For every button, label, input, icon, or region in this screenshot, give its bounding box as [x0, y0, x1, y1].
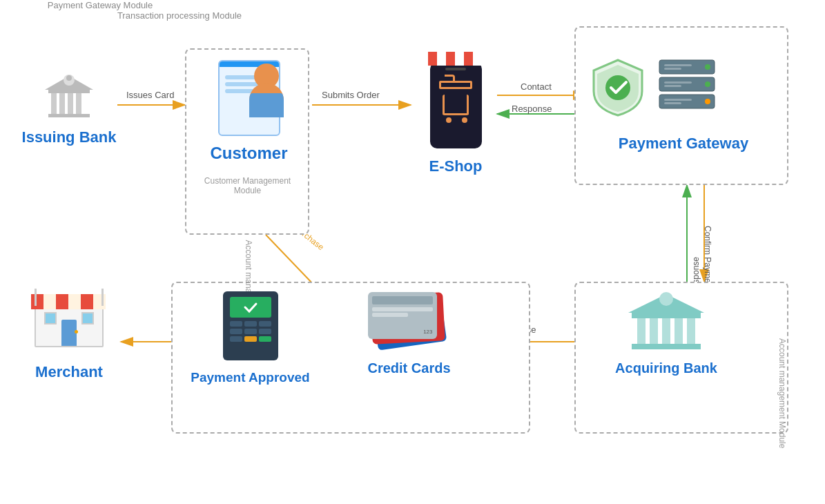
transaction-module-label: Transaction processing Module — [0, 10, 359, 21]
svg-rect-40 — [650, 318, 658, 344]
eshop-node: E-Shop — [414, 62, 497, 175]
eshop-label: E-Shop — [429, 157, 483, 175]
svg-rect-29 — [664, 81, 692, 84]
svg-point-22 — [605, 75, 630, 100]
svg-rect-34 — [664, 102, 681, 104]
issues-card-label: Issues Card — [126, 90, 174, 100]
svg-point-21 — [66, 75, 72, 81]
merchant-node: Merchant — [21, 289, 117, 381]
svg-rect-35 — [632, 344, 701, 349]
credit-cards-label: Credit Cards — [367, 360, 450, 376]
customer-label: Customer — [210, 144, 287, 163]
svg-rect-17 — [68, 93, 73, 114]
diagram: Issues Card Submits Order Contact Respon… — [0, 0, 825, 504]
payment-approved-label: Payment Approved — [191, 370, 309, 385]
svg-rect-30 — [664, 85, 681, 87]
response-top-label: Response — [512, 104, 552, 114]
payment-gateway-module-label: Payment Gateway Module — [0, 0, 200, 10]
svg-point-32 — [705, 99, 710, 104]
svg-rect-36 — [632, 313, 701, 318]
payment-gateway-label: Payment Gateway — [619, 135, 748, 152]
svg-rect-25 — [664, 64, 692, 66]
issuing-bank-label: Issuing Bank — [22, 128, 117, 146]
svg-rect-13 — [48, 90, 90, 93]
svg-rect-16 — [59, 93, 65, 114]
customer-module-label: Customer Management Module — [191, 176, 304, 195]
customer-node: Customer — [199, 57, 299, 163]
payment-approved-node: Payment Approved — [186, 291, 314, 385]
acquiring-bank-label: Acquiring Bank — [615, 360, 717, 376]
svg-rect-18 — [76, 93, 81, 114]
credit-cards-node: VISA 123 Credit Cards — [352, 289, 466, 376]
svg-point-38 — [659, 292, 673, 306]
payment-gateway-label-container: Payment Gateway — [590, 135, 777, 153]
submits-order-label: Submits Order — [322, 90, 380, 100]
svg-point-24 — [705, 64, 710, 70]
svg-rect-14 — [48, 114, 90, 117]
acquiring-bank-node: Acquiring Bank — [590, 289, 742, 376]
issuing-bank-node: Issuing Bank — [21, 69, 117, 146]
svg-rect-41 — [662, 318, 670, 344]
contact-label: Contact — [521, 81, 552, 92]
merchant-label: Merchant — [35, 363, 103, 381]
svg-point-28 — [705, 81, 710, 87]
svg-rect-15 — [51, 93, 57, 114]
svg-rect-33 — [664, 99, 692, 101]
confirm-payment-label: Confirm Payment — [703, 226, 712, 290]
svg-rect-43 — [687, 318, 695, 344]
shield-icon — [590, 57, 646, 119]
svg-rect-39 — [637, 318, 646, 344]
svg-rect-26 — [664, 68, 681, 70]
issuing-bank-icon — [41, 69, 97, 124]
payment-gateway-node — [590, 57, 718, 119]
server-icon — [656, 57, 718, 119]
account-management-label-2: Account management Module — [777, 338, 787, 448]
acquiring-bank-icon — [625, 289, 708, 358]
svg-rect-42 — [674, 318, 683, 344]
